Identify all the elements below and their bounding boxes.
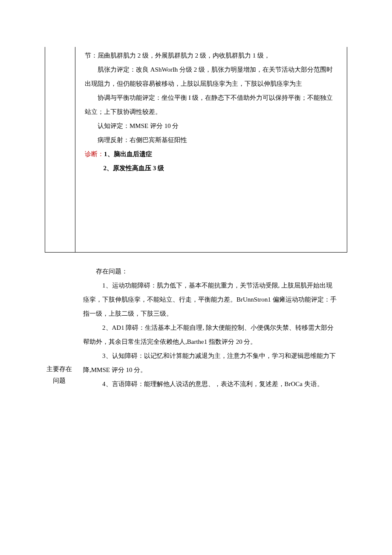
text-line: 节：屈曲肌群肌力 2 级，外展肌群肌力 2 级，内收肌群肌力 1 级， [85,49,337,63]
document-page: 节：屈曲肌群肌力 2 级，外展肌群肌力 2 级，内收肌群肌力 1 级， 肌张力评… [0,0,392,391]
problems-section: 主要存在 问题 存在问题： 1、运动功能障碍：肌力低下，基本不能抗重力，关节活动… [45,264,347,391]
assessment-table: 节：屈曲肌群肌力 2 级，外展肌群肌力 2 级，内收肌群肌力 1 级， 肌张力评… [45,47,347,253]
diagnosis-label: 诊断： [85,151,104,157]
row-label-cell [45,47,75,253]
problem-item: 4、言语障碍：能理解他人说话的意思、，表达不流利，复述差，BrOCa 失语。 [83,377,338,391]
row-content-cell: 节：屈曲肌群肌力 2 级，外展肌群肌力 2 级，内收肌群肌力 1 级， 肌张力评… [75,47,347,253]
section-content: 存在问题： 1、运动功能障碍：肌力低下，基本不能抗重力，关节活动受限, 上肢屈肌… [74,264,347,391]
section-label-line: 问题 [53,375,66,386]
problem-item: 3、认知障碍：以记忆和计算能力减退为主，注意力不集中，学习和逻辑思维能力下降,M… [83,349,338,377]
problems-intro: 存在问题： [83,264,338,279]
text-line: 协调与平衡功能评定：坐位平衡 I 级，在静态下不借助外力可以保持平衡；不能独立站… [85,91,337,119]
text-line: 病理反射：右侧巴宾斯基征阳性 [85,133,337,147]
text-line: 肌张力评定：改良 AShWorIh 分级 2 级，肌张力明显增加，在关节活动大部… [85,63,337,91]
problem-item: 2、AD1 障碍：生活基本上不能自理, 除大便能控制、小便偶尔失禁、转移需大部分… [83,321,338,349]
section-label: 主要存在 问题 [45,264,74,391]
diagnosis-item-2: 2、原发性高血压 3 级 [85,161,337,175]
table-row: 节：屈曲肌群肌力 2 级，外展肌群肌力 2 级，内收肌群肌力 1 级， 肌张力评… [45,47,347,253]
diagnosis-item-1: 1、脑出血后遗症 [104,151,152,157]
problem-item: 1、运动功能障碍：肌力低下，基本不能抗重力，关节活动受限, 上肢屈肌开始出现痉挛… [83,279,338,321]
section-label-line: 主要存在 [46,363,72,375]
diagnosis-line-1: 诊断：1、脑出血后遗症 [85,147,337,161]
text-line: 认知评定：MMSE 评分 10 分 [85,119,337,133]
